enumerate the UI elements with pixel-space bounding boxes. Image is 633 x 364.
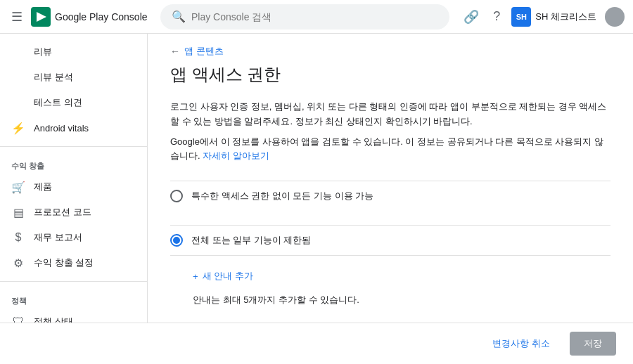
main-layout: 리뷰 리뷰 분석 테스트 의견 ⚡ Android vitals 수익 창출 🛒…	[0, 34, 633, 323]
search-bar[interactable]: 🔍	[160, 4, 449, 30]
breadcrumb: ← 앱 콘텐츠	[170, 45, 610, 58]
save-button[interactable]: 저장	[570, 332, 616, 356]
search-input[interactable]	[191, 11, 438, 22]
radio-circle-2	[170, 234, 183, 247]
radio-label-1: 특수한 액세스 권한 없이 모든 기능 이용 가능	[191, 190, 373, 202]
sidebar-item-review-analysis[interactable]: 리뷰 분석	[0, 65, 141, 90]
revenue-settings-icon: ⚙	[11, 256, 25, 270]
add-instruction-link[interactable]: + 새 안내 추가	[193, 267, 610, 285]
sidebar-item-label: Android vitals	[34, 123, 89, 134]
sidebar-divider	[0, 146, 147, 147]
footer: 변경사항 취소 저장	[0, 323, 633, 364]
sidebar-item-promo-code[interactable]: ▤ 프로모션 코드	[0, 200, 141, 225]
user-badge-label: SH 체크리스트	[535, 11, 596, 23]
android-vitals-icon: ⚡	[11, 122, 25, 135]
sidebar-divider-2	[0, 281, 147, 282]
sidebar-item-label: 제품	[34, 181, 52, 193]
page-title: 앱 액세스 권한	[170, 63, 610, 86]
play-console-logo-icon	[31, 7, 51, 27]
link-icon[interactable]: 🔗	[461, 6, 482, 27]
sidebar: 리뷰 리뷰 분석 테스트 의견 ⚡ Android vitals 수익 창출 🛒…	[0, 34, 148, 323]
add-instruction-label: 새 안내 추가	[203, 270, 253, 282]
radio-option-restricted[interactable]: 전체 또는 일부 기능이 제한됨	[170, 225, 610, 256]
learn-more-link[interactable]: 자세히 알아보기	[203, 150, 269, 161]
sidebar-item-label: 정책 상태	[34, 316, 73, 323]
sidebar-item-label: 프로모션 코드	[34, 206, 91, 219]
app-title: Google Play Console	[55, 11, 148, 22]
sidebar-item-revenue-settings[interactable]: ⚙ 수익 창출 설정	[0, 250, 141, 275]
financial-report-icon: $	[11, 231, 25, 244]
sidebar-item-financial-report[interactable]: $ 재무 보고서	[0, 225, 141, 250]
sidebar-item-android-vitals[interactable]: ⚡ Android vitals	[0, 115, 141, 141]
sidebar-item-product[interactable]: 🛒 제품	[0, 174, 141, 200]
sidebar-item-label: 재무 보고서	[34, 231, 82, 244]
avatar[interactable]	[605, 7, 625, 27]
sidebar-item-label: 테스트 의견	[34, 96, 82, 109]
header-left: ☰ Google Play Console	[8, 6, 149, 27]
cancel-button[interactable]: 변경사항 취소	[481, 332, 561, 356]
hamburger-icon[interactable]: ☰	[8, 6, 25, 27]
radio-option-no-restriction[interactable]: 특수한 액세스 권한 없이 모든 기능 이용 가능	[170, 181, 610, 211]
sidebar-item-label: 수익 창출 설정	[34, 256, 94, 269]
instruction-limit-text: 안내는 최대 5개까지 추가할 수 있습니다.	[193, 294, 610, 306]
search-icon: 🔍	[172, 10, 186, 23]
promo-code-icon: ▤	[11, 206, 25, 219]
sidebar-item-review[interactable]: 리뷰	[0, 39, 141, 65]
user-badge[interactable]: SH SH 체크리스트	[511, 7, 596, 27]
radio-label-2: 전체 또는 일부 기능이 제한됨	[191, 234, 311, 247]
main-content: ← 앱 콘텐츠 앱 액세스 권한 로그인 사용자 인증 정보, 멤버십, 위치 …	[148, 34, 633, 323]
breadcrumb-link[interactable]: 앱 콘텐츠	[184, 45, 224, 58]
sidebar-item-label: 리뷰	[34, 46, 52, 58]
plus-icon: +	[193, 271, 198, 282]
google-info-text: Google에서 이 정보를 사용하여 앱을 검토할 수 있습니다. 이 정보는…	[170, 135, 610, 164]
radio-circle-1	[170, 190, 183, 202]
description-text: 로그인 사용자 인증 정보, 멤버십, 위치 또는 다른 형태의 인증에 따라 …	[170, 100, 610, 129]
sidebar-item-policy-status[interactable]: 🛡 정책 상태	[0, 309, 141, 323]
help-icon[interactable]: ?	[490, 6, 503, 27]
sidebar-item-test-feedback[interactable]: 테스트 의견	[0, 90, 141, 115]
header-right: 🔗 ? SH SH 체크리스트	[461, 6, 625, 27]
logo-container: Google Play Console	[31, 7, 148, 27]
policy-status-icon: 🛡	[11, 316, 25, 323]
user-badge-icon: SH	[511, 7, 531, 27]
back-arrow-icon[interactable]: ←	[170, 46, 180, 57]
sidebar-item-label: 리뷰 분석	[34, 71, 73, 84]
app-header: ☰ Google Play Console 🔍 🔗 ? SH SH 체크리스트	[0, 0, 633, 34]
section-revenue: 수익 창출	[0, 152, 147, 174]
product-icon: 🛒	[11, 181, 25, 194]
section-policy: 정책	[0, 287, 147, 309]
radio-dot-2	[173, 237, 180, 244]
